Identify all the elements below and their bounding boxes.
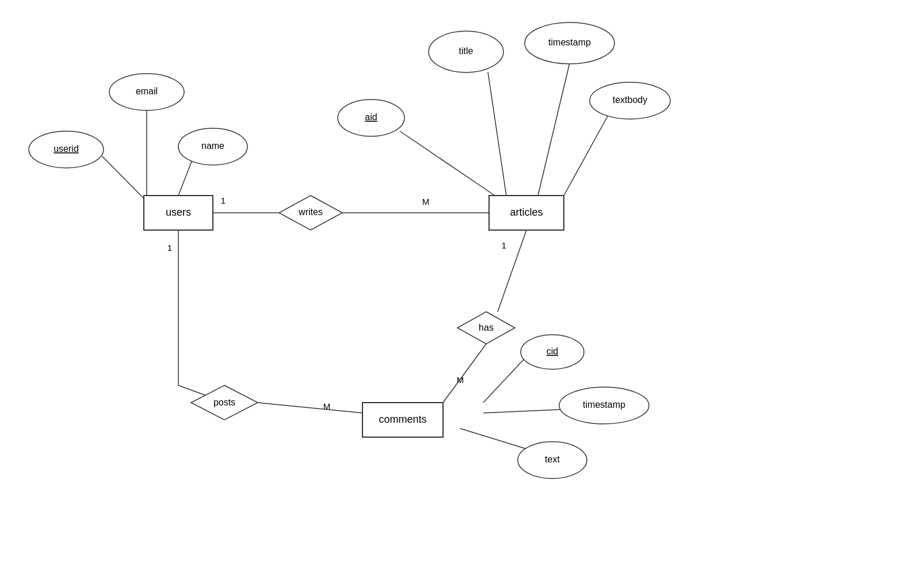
attr-cid-label: cid — [547, 346, 558, 356]
er-diagram: 1 M 1 M 1 M writes has posts users artic… — [0, 0, 924, 574]
line-aid-articles — [400, 131, 495, 196]
entity-articles-label: articles — [510, 206, 543, 218]
relationship-posts-label: posts — [213, 397, 235, 407]
line-textbody-articles — [564, 112, 610, 196]
attr-userid-label: userid — [54, 144, 79, 154]
attr-email-label: email — [136, 86, 158, 96]
attr-aid-label: aid — [365, 112, 377, 122]
card-writes-1: 1 — [221, 196, 226, 205]
line-posts-comments — [258, 403, 362, 413]
card-has-1: 1 — [502, 240, 506, 250]
attr-name-label: name — [201, 141, 224, 151]
attr-title-label: title — [459, 46, 474, 56]
attr-timestamp-articles-label: timestamp — [548, 37, 591, 47]
entity-comments-label: comments — [379, 414, 426, 425]
line-text-comments — [460, 428, 529, 450]
relationship-has-label: has — [479, 323, 494, 332]
card-posts-m: M — [323, 401, 331, 411]
line-cid-comments — [483, 358, 525, 403]
attr-text-label: text — [545, 454, 560, 464]
entity-users-label: users — [166, 206, 191, 218]
attr-textbody-label: textbody — [613, 95, 647, 105]
line-timestamp-comments — [483, 410, 562, 413]
line-timestamp-articles — [538, 63, 570, 196]
line-userid-users — [102, 156, 144, 198]
attr-timestamp-comments-label: timestamp — [583, 400, 625, 410]
card-posts-1: 1 — [167, 243, 172, 252]
card-writes-m: M — [422, 197, 430, 206]
line-title-articles — [488, 72, 506, 196]
relationship-writes-label: writes — [298, 207, 323, 217]
line-has-comments — [443, 344, 486, 403]
card-has-m: M — [457, 375, 464, 385]
